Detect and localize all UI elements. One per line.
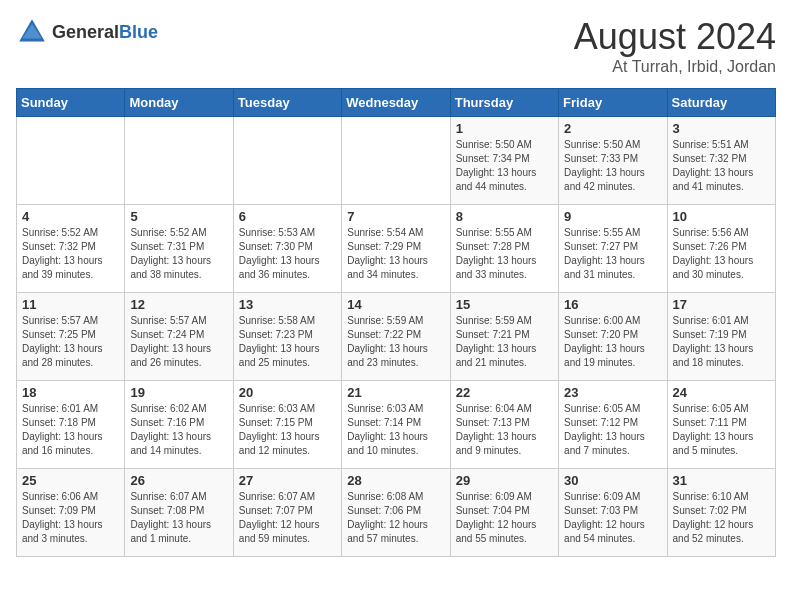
day-number: 22 bbox=[456, 385, 553, 400]
day-number: 7 bbox=[347, 209, 444, 224]
day-info: Sunrise: 6:06 AM Sunset: 7:09 PM Dayligh… bbox=[22, 490, 119, 546]
calendar-cell: 26Sunrise: 6:07 AM Sunset: 7:08 PM Dayli… bbox=[125, 469, 233, 557]
calendar-cell: 12Sunrise: 5:57 AM Sunset: 7:24 PM Dayli… bbox=[125, 293, 233, 381]
day-number: 20 bbox=[239, 385, 336, 400]
day-number: 28 bbox=[347, 473, 444, 488]
calendar-cell: 22Sunrise: 6:04 AM Sunset: 7:13 PM Dayli… bbox=[450, 381, 558, 469]
day-info: Sunrise: 6:02 AM Sunset: 7:16 PM Dayligh… bbox=[130, 402, 227, 458]
day-number: 27 bbox=[239, 473, 336, 488]
day-info: Sunrise: 5:57 AM Sunset: 7:25 PM Dayligh… bbox=[22, 314, 119, 370]
day-info: Sunrise: 6:01 AM Sunset: 7:19 PM Dayligh… bbox=[673, 314, 770, 370]
calendar-cell: 24Sunrise: 6:05 AM Sunset: 7:11 PM Dayli… bbox=[667, 381, 775, 469]
calendar-cell: 14Sunrise: 5:59 AM Sunset: 7:22 PM Dayli… bbox=[342, 293, 450, 381]
day-info: Sunrise: 6:01 AM Sunset: 7:18 PM Dayligh… bbox=[22, 402, 119, 458]
day-number: 5 bbox=[130, 209, 227, 224]
calendar-cell: 17Sunrise: 6:01 AM Sunset: 7:19 PM Dayli… bbox=[667, 293, 775, 381]
calendar-cell bbox=[233, 117, 341, 205]
day-info: Sunrise: 6:07 AM Sunset: 7:07 PM Dayligh… bbox=[239, 490, 336, 546]
day-info: Sunrise: 5:52 AM Sunset: 7:32 PM Dayligh… bbox=[22, 226, 119, 282]
day-number: 11 bbox=[22, 297, 119, 312]
calendar-cell: 27Sunrise: 6:07 AM Sunset: 7:07 PM Dayli… bbox=[233, 469, 341, 557]
logo-text-blue: Blue bbox=[119, 22, 158, 42]
calendar-header-row: SundayMondayTuesdayWednesdayThursdayFrid… bbox=[17, 89, 776, 117]
logo: GeneralBlue bbox=[16, 16, 158, 48]
calendar-cell: 30Sunrise: 6:09 AM Sunset: 7:03 PM Dayli… bbox=[559, 469, 667, 557]
day-number: 25 bbox=[22, 473, 119, 488]
day-number: 21 bbox=[347, 385, 444, 400]
day-number: 4 bbox=[22, 209, 119, 224]
calendar-cell: 20Sunrise: 6:03 AM Sunset: 7:15 PM Dayli… bbox=[233, 381, 341, 469]
calendar-table: SundayMondayTuesdayWednesdayThursdayFrid… bbox=[16, 88, 776, 557]
day-number: 3 bbox=[673, 121, 770, 136]
day-info: Sunrise: 6:10 AM Sunset: 7:02 PM Dayligh… bbox=[673, 490, 770, 546]
calendar-cell: 16Sunrise: 6:00 AM Sunset: 7:20 PM Dayli… bbox=[559, 293, 667, 381]
day-info: Sunrise: 6:05 AM Sunset: 7:11 PM Dayligh… bbox=[673, 402, 770, 458]
day-number: 29 bbox=[456, 473, 553, 488]
day-info: Sunrise: 6:03 AM Sunset: 7:15 PM Dayligh… bbox=[239, 402, 336, 458]
calendar-cell: 25Sunrise: 6:06 AM Sunset: 7:09 PM Dayli… bbox=[17, 469, 125, 557]
day-info: Sunrise: 5:53 AM Sunset: 7:30 PM Dayligh… bbox=[239, 226, 336, 282]
day-info: Sunrise: 5:50 AM Sunset: 7:33 PM Dayligh… bbox=[564, 138, 661, 194]
calendar-cell: 8Sunrise: 5:55 AM Sunset: 7:28 PM Daylig… bbox=[450, 205, 558, 293]
calendar-cell: 13Sunrise: 5:58 AM Sunset: 7:23 PM Dayli… bbox=[233, 293, 341, 381]
day-info: Sunrise: 6:08 AM Sunset: 7:06 PM Dayligh… bbox=[347, 490, 444, 546]
day-of-week-header: Sunday bbox=[17, 89, 125, 117]
calendar-cell: 7Sunrise: 5:54 AM Sunset: 7:29 PM Daylig… bbox=[342, 205, 450, 293]
day-info: Sunrise: 5:54 AM Sunset: 7:29 PM Dayligh… bbox=[347, 226, 444, 282]
day-of-week-header: Tuesday bbox=[233, 89, 341, 117]
calendar-cell: 29Sunrise: 6:09 AM Sunset: 7:04 PM Dayli… bbox=[450, 469, 558, 557]
day-number: 9 bbox=[564, 209, 661, 224]
page-header: GeneralBlue August 2024 At Turrah, Irbid… bbox=[16, 16, 776, 76]
calendar-cell bbox=[342, 117, 450, 205]
calendar-cell: 23Sunrise: 6:05 AM Sunset: 7:12 PM Dayli… bbox=[559, 381, 667, 469]
calendar-week-row: 25Sunrise: 6:06 AM Sunset: 7:09 PM Dayli… bbox=[17, 469, 776, 557]
calendar-cell: 11Sunrise: 5:57 AM Sunset: 7:25 PM Dayli… bbox=[17, 293, 125, 381]
calendar-cell bbox=[17, 117, 125, 205]
day-info: Sunrise: 5:51 AM Sunset: 7:32 PM Dayligh… bbox=[673, 138, 770, 194]
calendar-week-row: 1Sunrise: 5:50 AM Sunset: 7:34 PM Daylig… bbox=[17, 117, 776, 205]
title-block: August 2024 At Turrah, Irbid, Jordan bbox=[574, 16, 776, 76]
day-number: 14 bbox=[347, 297, 444, 312]
calendar-cell: 2Sunrise: 5:50 AM Sunset: 7:33 PM Daylig… bbox=[559, 117, 667, 205]
day-of-week-header: Wednesday bbox=[342, 89, 450, 117]
day-info: Sunrise: 6:09 AM Sunset: 7:04 PM Dayligh… bbox=[456, 490, 553, 546]
day-info: Sunrise: 6:05 AM Sunset: 7:12 PM Dayligh… bbox=[564, 402, 661, 458]
day-info: Sunrise: 6:04 AM Sunset: 7:13 PM Dayligh… bbox=[456, 402, 553, 458]
calendar-cell bbox=[125, 117, 233, 205]
day-info: Sunrise: 5:55 AM Sunset: 7:27 PM Dayligh… bbox=[564, 226, 661, 282]
day-number: 30 bbox=[564, 473, 661, 488]
day-number: 12 bbox=[130, 297, 227, 312]
day-number: 10 bbox=[673, 209, 770, 224]
day-info: Sunrise: 5:52 AM Sunset: 7:31 PM Dayligh… bbox=[130, 226, 227, 282]
calendar-cell: 9Sunrise: 5:55 AM Sunset: 7:27 PM Daylig… bbox=[559, 205, 667, 293]
calendar-cell: 1Sunrise: 5:50 AM Sunset: 7:34 PM Daylig… bbox=[450, 117, 558, 205]
logo-icon bbox=[16, 16, 48, 48]
day-number: 16 bbox=[564, 297, 661, 312]
calendar-cell: 31Sunrise: 6:10 AM Sunset: 7:02 PM Dayli… bbox=[667, 469, 775, 557]
calendar-cell: 21Sunrise: 6:03 AM Sunset: 7:14 PM Dayli… bbox=[342, 381, 450, 469]
calendar-week-row: 11Sunrise: 5:57 AM Sunset: 7:25 PM Dayli… bbox=[17, 293, 776, 381]
day-number: 23 bbox=[564, 385, 661, 400]
logo-text-general: General bbox=[52, 22, 119, 42]
day-info: Sunrise: 5:50 AM Sunset: 7:34 PM Dayligh… bbox=[456, 138, 553, 194]
calendar-week-row: 4Sunrise: 5:52 AM Sunset: 7:32 PM Daylig… bbox=[17, 205, 776, 293]
day-info: Sunrise: 5:55 AM Sunset: 7:28 PM Dayligh… bbox=[456, 226, 553, 282]
calendar-cell: 19Sunrise: 6:02 AM Sunset: 7:16 PM Dayli… bbox=[125, 381, 233, 469]
day-number: 1 bbox=[456, 121, 553, 136]
month-year: August 2024 bbox=[574, 16, 776, 58]
day-info: Sunrise: 6:09 AM Sunset: 7:03 PM Dayligh… bbox=[564, 490, 661, 546]
day-number: 26 bbox=[130, 473, 227, 488]
day-info: Sunrise: 6:07 AM Sunset: 7:08 PM Dayligh… bbox=[130, 490, 227, 546]
day-number: 2 bbox=[564, 121, 661, 136]
day-info: Sunrise: 5:59 AM Sunset: 7:22 PM Dayligh… bbox=[347, 314, 444, 370]
day-info: Sunrise: 5:59 AM Sunset: 7:21 PM Dayligh… bbox=[456, 314, 553, 370]
day-info: Sunrise: 5:58 AM Sunset: 7:23 PM Dayligh… bbox=[239, 314, 336, 370]
day-of-week-header: Saturday bbox=[667, 89, 775, 117]
day-number: 19 bbox=[130, 385, 227, 400]
day-info: Sunrise: 6:03 AM Sunset: 7:14 PM Dayligh… bbox=[347, 402, 444, 458]
calendar-cell: 6Sunrise: 5:53 AM Sunset: 7:30 PM Daylig… bbox=[233, 205, 341, 293]
day-number: 8 bbox=[456, 209, 553, 224]
day-of-week-header: Thursday bbox=[450, 89, 558, 117]
calendar-cell: 10Sunrise: 5:56 AM Sunset: 7:26 PM Dayli… bbox=[667, 205, 775, 293]
calendar-cell: 28Sunrise: 6:08 AM Sunset: 7:06 PM Dayli… bbox=[342, 469, 450, 557]
